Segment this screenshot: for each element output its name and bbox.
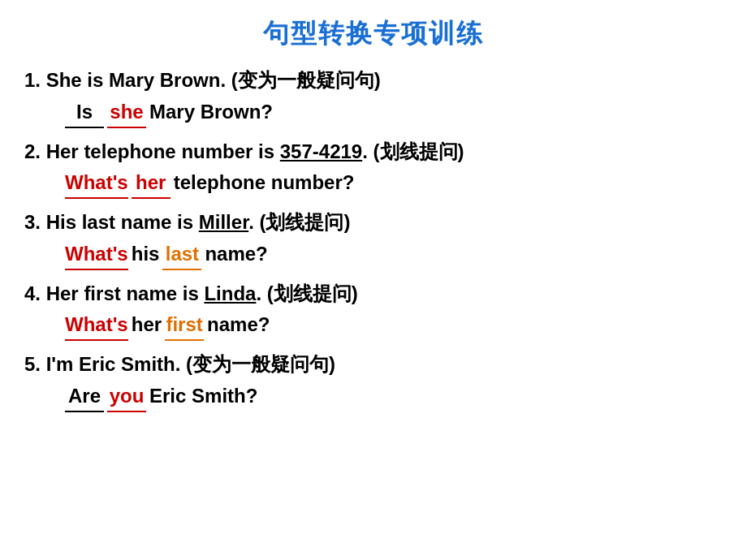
question-5: 5. I'm Eric Smith. (变为一般疑问句) Are you Eri… <box>24 351 723 412</box>
q5-number: 5. <box>24 353 46 375</box>
q2-answer: What's her telephone number? <box>24 168 723 199</box>
q5-text: I'm Eric Smith. (变为一般疑问句) <box>46 353 335 375</box>
q3-blank1: What's <box>65 239 128 270</box>
q1-number: 1. <box>24 69 46 91</box>
question-4: 4. Her first name is Linda. (划线提问) What'… <box>24 280 723 342</box>
q3-number: 3. <box>24 211 46 233</box>
q1-question: 1. She is Mary Brown. (变为一般疑问句) <box>24 67 723 94</box>
q4-question: 4. Her first name is Linda. (划线提问) <box>24 280 723 308</box>
q5-answer: Are you Eric Smith? <box>24 381 723 412</box>
question-3: 3. His last name is Miller. (划线提问) What'… <box>24 209 723 270</box>
q5-question: 5. I'm Eric Smith. (变为一般疑问句) <box>24 351 723 378</box>
q3-question: 3. His last name is Miller. (划线提问) <box>24 209 723 236</box>
q4-answer: What's her first name? <box>24 310 723 341</box>
q5-rest: Eric Smith? <box>149 381 257 411</box>
q2-question: 2. Her telephone number is 357-4219. (划线… <box>24 138 723 166</box>
q1-rest: Mary Brown? <box>149 97 273 127</box>
q4-number: 4. <box>24 282 46 304</box>
q3-answer: What's his last name? <box>24 239 723 270</box>
question-2: 2. Her telephone number is 357-4219. (划线… <box>24 138 723 200</box>
q2-blank2: her <box>132 168 171 199</box>
page-title: 句型转换专项训练 <box>24 16 723 52</box>
q3-text: His last name is Miller. (划线提问) <box>46 211 351 233</box>
q3-blank2: last <box>162 239 201 270</box>
q3-his: his <box>132 239 160 269</box>
q4-text: Her first name is Linda. (划线提问) <box>46 282 358 304</box>
q5-blank1: Are <box>65 381 104 412</box>
q4-rest: name? <box>207 310 270 339</box>
q1-answer: Is she Mary Brown? <box>24 97 723 128</box>
q4-her: her <box>132 310 162 339</box>
q1-blank2: she <box>107 97 146 128</box>
q2-rest: telephone number? <box>174 168 355 197</box>
q2-number: 2. <box>24 140 46 162</box>
q2-blank1: What's <box>65 168 128 199</box>
q5-blank2: you <box>107 381 146 412</box>
q4-blank1: What's <box>65 310 128 341</box>
q3-rest: name? <box>205 239 267 269</box>
q4-blank2: first <box>165 310 204 341</box>
question-1: 1. She is Mary Brown. (变为一般疑问句) Is she M… <box>24 67 723 128</box>
q1-blank1: Is <box>65 97 104 128</box>
q1-text: She is Mary Brown. (变为一般疑问句) <box>46 69 381 91</box>
q2-text: Her telephone number is 357-4219. (划线提问) <box>46 140 464 162</box>
